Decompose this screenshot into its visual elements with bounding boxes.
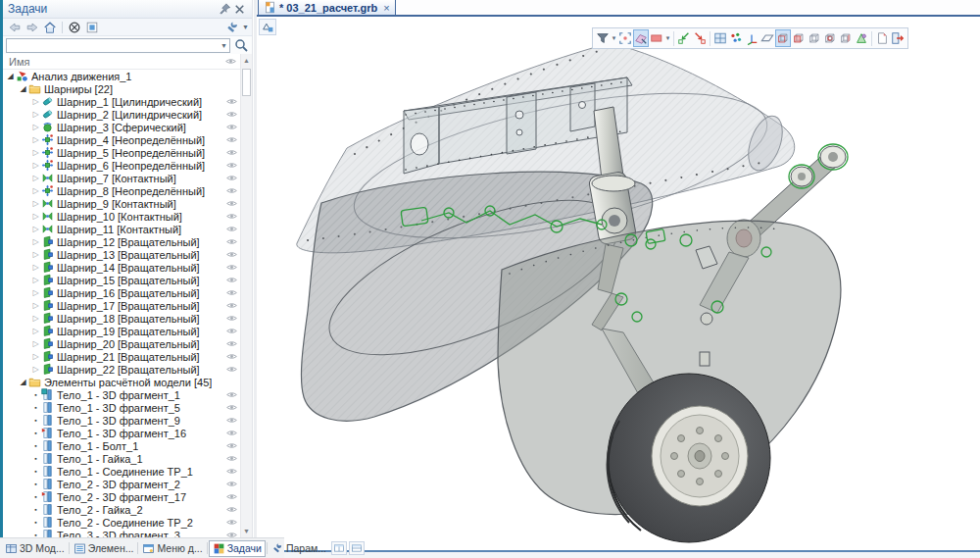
show-points-button[interactable]	[728, 29, 744, 47]
tools-button[interactable]	[223, 20, 241, 35]
tree-row[interactable]: ▷Шарнир_7 [Контактный]	[3, 172, 241, 184]
eye-icon[interactable]	[225, 414, 238, 427]
scroll-down-icon[interactable]: ▼	[241, 525, 252, 537]
display-prism-button[interactable]	[854, 29, 869, 47]
tree-row[interactable]: ▪Тело_1 - Соединение ТР_1	[3, 465, 241, 478]
tab-elements[interactable]: Элемен...	[71, 540, 137, 557]
scene-structure-button[interactable]	[259, 19, 276, 35]
tree-row[interactable]: ▷Шарнир_17 [Вращательный]	[3, 299, 241, 312]
eye-icon[interactable]	[225, 248, 238, 261]
eye-icon[interactable]	[225, 223, 238, 235]
layout-columns-button[interactable]	[331, 541, 347, 555]
tree-row[interactable]: ▷Шарнир_12 [Вращательный]	[3, 235, 241, 248]
expander-collapsed[interactable]: ▷	[30, 248, 41, 261]
eye-icon[interactable]	[225, 172, 238, 184]
eye-icon[interactable]	[225, 210, 238, 223]
tab-tasks[interactable]: Задачи	[209, 540, 266, 557]
back-button[interactable]	[6, 20, 24, 35]
expander-collapsed[interactable]: ▷	[30, 159, 41, 172]
eye-icon[interactable]	[225, 478, 238, 490]
highlight-color-button[interactable]	[649, 29, 664, 47]
scroll-up-icon[interactable]: ▲	[241, 54, 252, 67]
tab-menu[interactable]: Меню д...	[139, 540, 205, 557]
eye-icon[interactable]	[225, 121, 238, 133]
tree-row[interactable]: ▷Шарнир_5 [Неопределённый]	[3, 146, 241, 159]
expander-collapsed[interactable]: ▷	[30, 210, 41, 223]
display-hidden-button[interactable]	[822, 29, 838, 47]
chevron-down-icon[interactable]: ▼	[242, 24, 249, 30]
expander-collapsed[interactable]: ▷	[30, 235, 41, 248]
tree-row[interactable]: ▷Шарнир_16 [Вращательный]	[3, 286, 241, 299]
display-shaded-button[interactable]	[838, 29, 854, 47]
tab-params[interactable]: Парам...	[269, 540, 329, 557]
layout-rows-button[interactable]	[349, 541, 365, 555]
search-icon[interactable]	[233, 37, 249, 53]
tree-row[interactable]: ▷Шарнир_20 [Вращательный]	[3, 337, 241, 350]
eye-icon[interactable]	[225, 286, 238, 299]
tree-row[interactable]: ▷Шарнир_1 [Цилиндрический]	[3, 95, 241, 108]
target-button[interactable]	[66, 20, 83, 35]
expander-collapsed[interactable]: ▷	[30, 261, 41, 274]
eye-icon[interactable]	[225, 95, 238, 108]
expander-collapsed[interactable]: ▷	[30, 133, 41, 146]
eye-icon[interactable]	[225, 388, 238, 401]
apply-green-button[interactable]	[676, 29, 692, 47]
expander-collapsed[interactable]: ▷	[30, 197, 41, 210]
eye-icon[interactable]	[225, 401, 238, 414]
tree-row[interactable]: ▷Шарнир_10 [Контактный]	[3, 210, 241, 223]
selector-filter-button[interactable]	[595, 29, 611, 47]
tree-row[interactable]: ▷Шарнир_14 [Вращательный]	[3, 261, 241, 274]
expander-expanded[interactable]: ◢	[5, 70, 16, 82]
expander-collapsed[interactable]: ▷	[30, 286, 41, 299]
eye-icon[interactable]	[225, 146, 238, 159]
eye-icon[interactable]	[225, 261, 238, 274]
eye-icon[interactable]	[225, 337, 238, 350]
expander-collapsed[interactable]: ▷	[30, 121, 41, 133]
document-tab[interactable]: * 03_21_расчет.grb ×	[258, 0, 396, 15]
tree-row[interactable]: ◢Элементы расчётной модели [45]	[3, 376, 241, 388]
eye-icon[interactable]	[225, 427, 238, 439]
frame-button[interactable]	[83, 20, 101, 35]
eye-icon[interactable]	[225, 529, 238, 537]
tree-row[interactable]: ▪Тело_2 - Соединение ТР_2	[3, 516, 241, 529]
tree-row[interactable]: ▪Тело_1 - 3D фрагмент_5	[3, 401, 241, 414]
expander-collapsed[interactable]: ▷	[30, 146, 41, 159]
eye-icon[interactable]	[225, 439, 238, 452]
tree-row[interactable]: ▪Тело_1 - Болт_1	[3, 439, 241, 452]
tree-row[interactable]: ▷Шарнир_2 [Цилиндрический]	[3, 108, 241, 121]
tree-scrollbar[interactable]: ▲ ▼	[240, 54, 252, 537]
expander-collapsed[interactable]: ▷	[30, 172, 41, 184]
eye-icon[interactable]	[225, 503, 238, 516]
tree-row[interactable]: ▷Шарнир_3 [Сферический]	[3, 121, 241, 133]
close-panel-button[interactable]	[232, 2, 247, 17]
eye-icon[interactable]	[225, 133, 238, 146]
forward-button[interactable]	[24, 20, 41, 35]
scrollbar-thumb[interactable]	[242, 69, 251, 96]
chevron-down-icon[interactable]: ▼	[611, 35, 617, 41]
eye-icon[interactable]	[225, 325, 238, 337]
tree-row[interactable]: ▪Тело_2 - 3D фрагмент_2	[3, 478, 241, 490]
expander-collapsed[interactable]: ▷	[30, 337, 41, 350]
tree-row[interactable]: ▪Тело_1 - 3D фрагмент_9	[3, 414, 241, 427]
show-axes-button[interactable]	[744, 29, 760, 47]
tree-row[interactable]: ▷Шарнир_11 [Контактный]	[3, 223, 241, 235]
tree-row[interactable]: ◢Шарниры [22]	[3, 82, 241, 95]
tree-row[interactable]: ▪Тело_1 - Гайка_1	[3, 452, 241, 465]
pin-button[interactable]	[218, 2, 232, 17]
expander-collapsed[interactable]: ▷	[30, 350, 41, 363]
tree-row[interactable]: ▷Шарнир_22 [Вращательный]	[3, 363, 241, 376]
display-plain-button[interactable]	[807, 29, 822, 47]
viewport-3d[interactable]: ▼▼	[257, 17, 980, 550]
eye-icon[interactable]	[225, 490, 238, 503]
expander-collapsed[interactable]: ▷	[30, 274, 41, 286]
tree-row[interactable]: ▷Шарнир_15 [Вращательный]	[3, 274, 241, 286]
expander-expanded[interactable]: ◢	[18, 82, 28, 95]
tree-row[interactable]: ▪Тело_1 - 3D фрагмент_1	[3, 388, 241, 401]
fit-selection-button[interactable]	[617, 29, 633, 47]
tab-close-icon[interactable]: ×	[383, 3, 389, 13]
eye-icon[interactable]	[225, 274, 238, 286]
tree-row[interactable]: ▷Шарнир_19 [Вращательный]	[3, 325, 241, 337]
expander-collapsed[interactable]: ▷	[30, 223, 41, 235]
exit-mode-button[interactable]	[890, 29, 906, 47]
expander-expanded[interactable]: ◢	[18, 376, 28, 388]
